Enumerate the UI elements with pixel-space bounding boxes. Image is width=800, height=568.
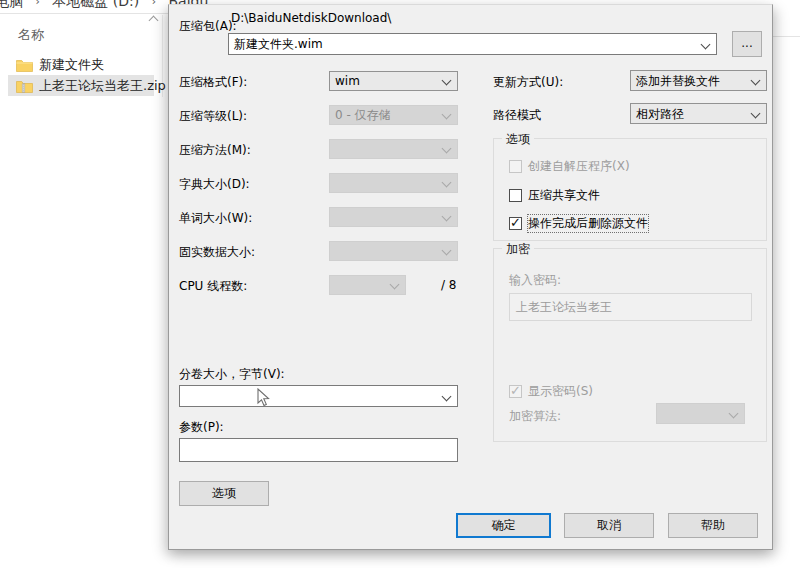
screen: 电脑 › 本地磁盘 (D:) › Baidu 名称 新建文件夹 上老王论坛当老王… — [0, 0, 800, 568]
update-mode-combobox[interactable]: 添加并替换文件 — [630, 70, 767, 91]
file-name: 新建文件夹 — [39, 56, 104, 74]
list-item-zip-selected[interactable]: 上老王论坛当老王.zip — [8, 75, 154, 96]
archive-name-combobox[interactable]: 新建文件夹.wim — [228, 33, 717, 55]
volume-size-combobox[interactable] — [179, 385, 458, 407]
options-button[interactable]: 选项 — [179, 481, 269, 506]
path-mode-label: 路径模式 — [493, 107, 541, 124]
path-mode-value: 相对路径 — [636, 107, 684, 121]
checkbox-checked-icon — [509, 385, 522, 398]
folder-icon — [16, 58, 33, 72]
breadcrumb-separator-icon: › — [152, 0, 156, 8]
level-label: 压缩等级(L): — [179, 108, 247, 125]
chevron-down-icon — [442, 392, 452, 402]
add-to-archive-dialog: 压缩包(A): D:\BaiduNetdiskDownload\ 新建文件夹.w… — [168, 4, 773, 550]
breadcrumb-item-drive-d[interactable]: 本地磁盘 (D:) — [52, 0, 139, 9]
sort-ascending-icon — [149, 16, 159, 26]
solid-size-label: 固实数据大小: — [179, 244, 255, 261]
chevron-down-icon — [442, 246, 452, 256]
encryption-method-combobox — [656, 403, 745, 424]
checkbox-checked-icon — [509, 217, 522, 230]
column-header-name[interactable]: 名称 — [18, 26, 44, 44]
help-button[interactable]: 帮助 — [668, 513, 758, 538]
format-combobox[interactable]: wim — [329, 71, 458, 91]
chevron-down-icon — [390, 280, 400, 290]
zip-folder-icon — [16, 79, 33, 93]
show-password-checkbox: 显示密码(S) — [509, 383, 593, 400]
format-label: 压缩格式(F): — [179, 74, 247, 91]
list-item-folder[interactable]: 新建文件夹 — [8, 54, 154, 75]
file-name: 上老王论坛当老王.zip — [39, 77, 166, 95]
mouse-cursor-icon — [257, 388, 271, 408]
chevron-down-icon — [442, 76, 452, 86]
delete-after-label: 操作完成后删除源文件 — [528, 215, 648, 232]
compress-shared-checkbox[interactable]: 压缩共享文件 — [509, 187, 600, 204]
chevron-down-icon — [442, 212, 452, 222]
breadcrumb-item-computer[interactable]: 电脑 — [0, 0, 23, 9]
method-combobox — [329, 139, 458, 159]
checkbox-icon — [509, 160, 522, 173]
create-sfx-checkbox: 创建自解压程序(X) — [509, 158, 630, 175]
parameters-input[interactable] — [179, 438, 458, 462]
update-mode-label: 更新方式(U): — [493, 74, 563, 91]
dictionary-label: 字典大小(D): — [179, 176, 250, 193]
toolbar-divider-right — [773, 36, 800, 37]
chevron-down-icon — [751, 76, 761, 86]
compress-shared-label: 压缩共享文件 — [528, 187, 600, 204]
options-group-title: 选项 — [502, 131, 534, 148]
chevron-down-icon — [751, 109, 761, 119]
level-combobox: 0 - 仅存储 — [329, 105, 458, 125]
cpu-threads-max: / 8 — [441, 278, 457, 292]
archive-name-value: 新建文件夹.wim — [234, 37, 323, 51]
delete-after-checkbox[interactable]: 操作完成后删除源文件 — [509, 215, 648, 232]
path-mode-combobox[interactable]: 相对路径 — [630, 103, 767, 124]
password-field: 上老王论坛当老王 — [509, 293, 752, 321]
parameters-label: 参数(P): — [179, 419, 224, 436]
level-value: 0 - 仅存储 — [335, 108, 391, 122]
chevron-down-icon — [729, 409, 739, 419]
word-size-label: 单词大小(W): — [179, 210, 252, 227]
ok-button[interactable]: 确定 — [456, 513, 551, 538]
chevron-down-icon — [701, 40, 711, 50]
format-value: wim — [335, 74, 360, 88]
chevron-down-icon — [442, 178, 452, 188]
word-size-combobox — [329, 207, 458, 227]
update-mode-value: 添加并替换文件 — [636, 74, 720, 88]
volume-size-label: 分卷大小，字节(V): — [179, 366, 285, 383]
encryption-group-title: 加密 — [502, 241, 534, 258]
archive-directory-path: D:\BaiduNetdiskDownload\ — [231, 11, 391, 25]
checkbox-icon — [509, 189, 522, 202]
cpu-threads-combobox — [329, 275, 406, 295]
browse-button[interactable]: ... — [732, 31, 762, 57]
solid-size-combobox — [329, 241, 458, 261]
dictionary-combobox — [329, 173, 458, 193]
create-sfx-label: 创建自解压程序(X) — [528, 158, 630, 175]
breadcrumb-separator-icon: › — [35, 0, 39, 8]
show-password-label: 显示密码(S) — [528, 383, 593, 400]
cpu-threads-label: CPU 线程数: — [179, 278, 247, 295]
method-label: 压缩方法(M): — [179, 142, 251, 159]
encryption-method-label: 加密算法: — [509, 408, 561, 425]
cancel-button[interactable]: 取消 — [564, 513, 654, 538]
chevron-down-icon — [442, 144, 452, 154]
chevron-down-icon — [442, 110, 452, 120]
toolbar-divider — [0, 13, 168, 14]
password-label: 输入密码: — [509, 272, 561, 289]
